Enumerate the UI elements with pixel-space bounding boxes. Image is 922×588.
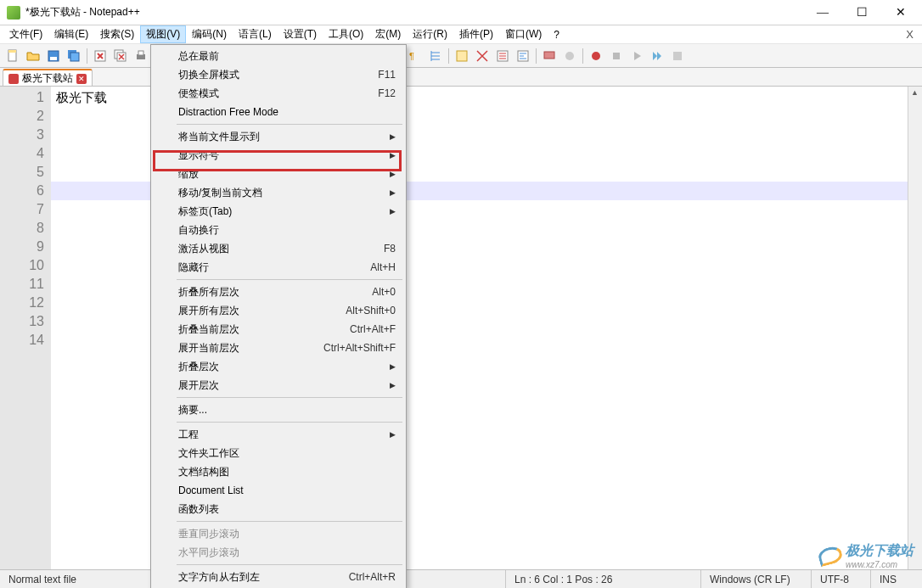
save-all-icon[interactable] (65, 47, 83, 65)
save-icon[interactable] (44, 47, 63, 65)
svg-rect-10 (138, 51, 143, 55)
new-file-icon[interactable] (3, 47, 22, 65)
close-all-icon[interactable] (111, 47, 130, 65)
svg-rect-1 (8, 50, 16, 53)
menu-hsync: 水平同步滚动 (153, 543, 404, 562)
menu-summary[interactable]: 摘要... (153, 400, 404, 419)
editor: 1 2 3 4 5 6 7 8 9 10 11 12 13 14 极光下载 (0, 87, 922, 585)
modified-icon (8, 74, 19, 84)
watermark-url: www.xz7.com (846, 560, 914, 569)
menu-wordwrap[interactable]: 自动换行 (153, 221, 404, 239)
title-bar: *极光下载站 - Notepad++ — ☐ ✕ (0, 0, 922, 25)
menu-close-x[interactable]: X (906, 28, 914, 41)
svg-rect-25 (457, 51, 467, 61)
menu-folder-workspace[interactable]: 文件夹工作区 (153, 444, 404, 462)
menu-doc-list[interactable]: Document List (153, 481, 404, 500)
menu-fold-all[interactable]: 折叠所有层次Alt+0 (153, 283, 404, 301)
stop-icon (607, 47, 626, 65)
line-number-gutter: 1 2 3 4 5 6 7 8 9 10 11 12 13 14 (0, 87, 51, 585)
menu-encoding[interactable]: 编码(N) (186, 25, 233, 43)
menu-move-clone[interactable]: 移动/复制当前文档▶ (153, 183, 404, 202)
close-file-icon[interactable] (91, 47, 110, 65)
window-title: *极光下载站 - Notepad++ (25, 5, 803, 20)
menu-focus-view[interactable]: 激活从视图F8 (153, 239, 404, 258)
menu-bar: 文件(F) 编辑(E) 搜索(S) 视图(V) 编码(N) 语言(L) 设置(T… (0, 25, 922, 44)
menu-unfold-level[interactable]: 展开层次▶ (153, 376, 404, 395)
menu-zoom[interactable]: 缩放▶ (153, 165, 404, 183)
svg-point-29 (565, 52, 574, 60)
menu-language[interactable]: 语言(L) (233, 25, 278, 43)
monitor-icon[interactable] (540, 47, 559, 65)
monitor-off-icon (560, 47, 579, 65)
svg-rect-3 (50, 57, 57, 60)
svg-text:¶: ¶ (409, 51, 414, 61)
menu-window[interactable]: 窗口(W) (499, 25, 548, 43)
status-filetype: Normal text file (0, 570, 153, 588)
tab-bar: 极光下载站 ✕ (0, 68, 922, 87)
close-button[interactable]: ✕ (881, 0, 920, 25)
watermark-text: 极光下载站 (846, 542, 914, 560)
svg-rect-32 (673, 52, 682, 60)
func-list-icon[interactable] (493, 47, 512, 65)
file-tab[interactable]: 极光下载站 ✕ (3, 69, 93, 86)
tab-label: 极光下载站 (22, 71, 73, 86)
status-insert-mode: INS (871, 570, 922, 588)
play-icon (627, 47, 646, 65)
svg-rect-31 (613, 53, 620, 59)
svg-point-30 (592, 52, 600, 60)
svg-rect-28 (544, 52, 554, 59)
minimize-button[interactable]: — (803, 0, 842, 25)
menu-fold-current[interactable]: 折叠当前层次Ctrl+Alt+F (153, 320, 404, 339)
doc-map-icon[interactable] (473, 47, 492, 65)
menu-hide-lines[interactable]: 隐藏行Alt+H (153, 258, 404, 277)
menu-help[interactable]: ? (548, 27, 565, 42)
menu-tab-page[interactable]: 标签页(Tab)▶ (153, 202, 404, 221)
menu-search[interactable]: 搜索(S) (94, 25, 140, 43)
menu-project[interactable]: 工程▶ (153, 425, 404, 444)
menu-vsync: 垂直同步滚动 (153, 524, 404, 543)
menu-edit[interactable]: 编辑(E) (48, 25, 94, 43)
menu-file[interactable]: 文件(F) (3, 25, 48, 43)
menu-show-symbol[interactable]: 显示符号▶ (153, 146, 404, 165)
vertical-scrollbar[interactable] (908, 87, 922, 585)
folder-ws-icon[interactable] (514, 47, 532, 65)
show-all-icon[interactable]: ¶ (406, 47, 424, 65)
menu-postit[interactable]: 便签模式F12 (153, 84, 404, 103)
play-multi-icon (648, 47, 666, 65)
maximize-button[interactable]: ☐ (842, 0, 881, 25)
menu-view[interactable]: 视图(V) (140, 25, 186, 43)
menu-move-to[interactable]: 将当前文件显示到▶ (153, 127, 404, 146)
menu-always-top[interactable]: 总在最前 (153, 47, 404, 65)
toolbar: ¶ (0, 44, 922, 68)
lang-icon[interactable] (453, 47, 471, 65)
view-dropdown: 总在最前 切换全屏模式F11 便签模式F12 Distraction Free … (150, 44, 407, 588)
menu-tools[interactable]: 工具(O) (323, 25, 369, 43)
menu-doc-map[interactable]: 文档结构图 (153, 462, 404, 481)
menu-plugins[interactable]: 插件(P) (453, 25, 499, 43)
save-macro-icon (668, 47, 687, 65)
menu-fullscreen[interactable]: 切换全屏模式F11 (153, 65, 404, 84)
menu-unfold-current[interactable]: 展开当前层次Ctrl+Alt+Shift+F (153, 339, 404, 357)
menu-fold-level[interactable]: 折叠层次▶ (153, 357, 404, 376)
watermark-logo-icon (817, 545, 844, 568)
menu-func-list[interactable]: 函数列表 (153, 500, 404, 518)
menu-run[interactable]: 运行(R) (407, 25, 453, 43)
menu-distraction-free[interactable]: Distraction Free Mode (153, 103, 404, 121)
tab-close-icon[interactable]: ✕ (76, 74, 87, 84)
print-icon[interactable] (132, 47, 150, 65)
menu-unfold-all[interactable]: 展开所有层次Alt+Shift+0 (153, 301, 404, 320)
record-icon[interactable] (587, 47, 605, 65)
menu-rtl[interactable]: 文字方向从右到左Ctrl+Alt+R (153, 568, 404, 586)
menu-settings[interactable]: 设置(T) (278, 25, 323, 43)
menu-macro[interactable]: 宏(M) (369, 25, 407, 43)
status-bar: Normal text file Ln : 6 Col : 1 Pos : 26… (0, 569, 922, 588)
indent-guide-icon[interactable] (426, 47, 445, 65)
status-position: Ln : 6 Col : 1 Pos : 26 (506, 570, 701, 588)
app-icon (7, 6, 20, 20)
watermark: 极光下载站 www.xz7.com (818, 542, 914, 569)
svg-rect-5 (70, 53, 79, 61)
open-file-icon[interactable] (24, 47, 42, 65)
status-encoding: UTF-8 (812, 570, 871, 588)
status-eol: Windows (CR LF) (701, 570, 812, 588)
